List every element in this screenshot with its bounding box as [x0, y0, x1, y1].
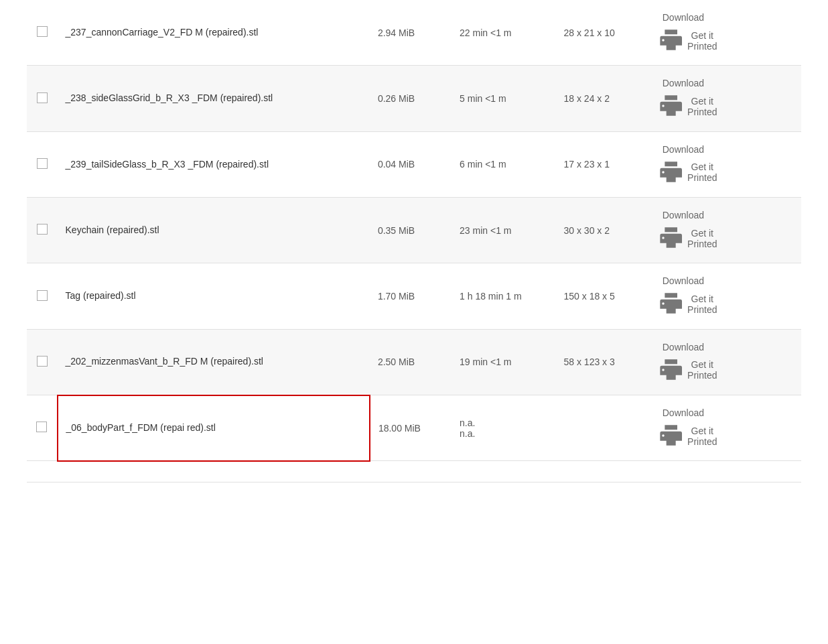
file-dimensions: 17 x 23 x 1: [556, 131, 645, 197]
table-row: _202_mizzenmasVant_b_R_FD M (repaired).s…: [27, 329, 801, 395]
print-time: 1 h 18 min 1 m: [452, 263, 555, 329]
table-row: Keychain (repaired).stl0.35 MiB23 min <1…: [27, 198, 801, 263]
file-dimensions: 58 x 123 x 3: [556, 329, 645, 395]
row-checkbox[interactable]: [37, 356, 48, 367]
file-dimensions: 150 x 18 x 5: [556, 263, 645, 329]
action-buttons: DownloadGet it Printed: [645, 329, 801, 395]
print-time: 22 min <1 m: [452, 0, 555, 66]
print-time: n.a.n.a.: [452, 395, 555, 461]
row-checkbox[interactable]: [37, 26, 48, 37]
download-button[interactable]: Download: [659, 12, 704, 23]
file-name: _202_mizzenmasVant_b_R_FD M (repaired).s…: [58, 329, 370, 395]
print-button[interactable]: Get it Printed: [659, 226, 717, 251]
print-button[interactable]: Get it Printed: [659, 292, 717, 316]
download-button[interactable]: Download: [659, 342, 704, 352]
table-row: _06_bodyPart_f_FDM (repai red).stl18.00 …: [27, 395, 801, 461]
print-label: Get it Printed: [687, 162, 717, 183]
file-name: _237_cannonCarriage_V2_FD M (repaired).s…: [58, 0, 370, 66]
download-button[interactable]: Download: [659, 210, 704, 220]
row-checkbox[interactable]: [37, 224, 48, 235]
table-row: Tag (repaired).stl1.70 MiB1 h 18 min 1 m…: [27, 263, 801, 329]
print-label: Get it Printed: [687, 96, 717, 117]
print-time: 23 min <1 m: [452, 198, 555, 263]
print-label: Get it Printed: [687, 359, 717, 381]
print-time: 5 min <1 m: [452, 66, 555, 131]
print-label: Get it Printed: [687, 294, 717, 315]
print-label: Get it Printed: [687, 228, 717, 249]
row-checkbox[interactable]: [37, 290, 48, 301]
file-name: Keychain (repaired).stl: [58, 198, 370, 263]
download-button[interactable]: Download: [659, 144, 704, 155]
action-buttons: DownloadGet it Printed: [645, 0, 801, 66]
file-size: 1.70 MiB: [370, 263, 452, 329]
download-label: Download: [663, 12, 704, 23]
row-checkbox[interactable]: [37, 158, 48, 169]
print-button[interactable]: Get it Printed: [659, 94, 717, 119]
download-label: Download: [663, 210, 704, 220]
file-size: 0.04 MiB: [370, 131, 452, 197]
action-buttons: DownloadGet it Printed: [645, 198, 801, 263]
print-button[interactable]: Get it Printed: [659, 358, 717, 383]
print-label: Get it Printed: [687, 426, 717, 447]
print-button[interactable]: Get it Printed: [659, 424, 717, 448]
download-label: Download: [663, 342, 704, 352]
file-dimensions: [556, 395, 645, 461]
print-button[interactable]: Get it Printed: [659, 160, 717, 185]
file-name: Tag (repaired).stl: [58, 263, 370, 329]
file-size: 18.00 MiB: [370, 395, 452, 461]
file-size: 2.50 MiB: [370, 329, 452, 395]
file-size: 2.94 MiB: [370, 0, 452, 66]
row-checkbox[interactable]: [36, 422, 47, 432]
download-button[interactable]: Download: [659, 407, 704, 418]
table-row: _238_sideGlassGrid_b_R_X3 _FDM (repaired…: [27, 66, 801, 131]
file-table: _237_cannonCarriage_V2_FD M (repaired).s…: [27, 0, 801, 462]
file-size: 0.26 MiB: [370, 66, 452, 131]
download-label: Download: [663, 275, 704, 286]
file-table-container: _237_cannonCarriage_V2_FD M (repaired).s…: [0, 0, 828, 509]
print-label: Get it Printed: [687, 30, 717, 52]
download-button[interactable]: Download: [659, 78, 704, 88]
file-name: _239_tailSideGlass_b_R_X3 _FDM (repaired…: [58, 131, 370, 197]
table-row: _237_cannonCarriage_V2_FD M (repaired).s…: [27, 0, 801, 66]
table-row: _239_tailSideGlass_b_R_X3 _FDM (repaired…: [27, 131, 801, 197]
file-dimensions: 18 x 24 x 2: [556, 66, 645, 131]
download-label: Download: [663, 407, 704, 418]
download-label: Download: [663, 144, 704, 155]
print-time: 6 min <1 m: [452, 131, 555, 197]
action-buttons: DownloadGet it Printed: [645, 395, 801, 461]
file-name: _238_sideGlassGrid_b_R_X3 _FDM (repaired…: [58, 66, 370, 131]
print-time: 19 min <1 m: [452, 329, 555, 395]
action-buttons: DownloadGet it Printed: [645, 131, 801, 197]
file-name: _06_bodyPart_f_FDM (repai red).stl: [58, 395, 370, 461]
action-buttons: DownloadGet it Printed: [645, 263, 801, 329]
download-label: Download: [663, 78, 704, 88]
print-button[interactable]: Get it Printed: [659, 28, 717, 53]
download-button[interactable]: Download: [659, 275, 704, 286]
action-buttons: DownloadGet it Printed: [645, 66, 801, 131]
row-checkbox[interactable]: [37, 92, 48, 103]
file-dimensions: 30 x 30 x 2: [556, 198, 645, 263]
file-size: 0.35 MiB: [370, 198, 452, 263]
file-dimensions: 28 x 21 x 10: [556, 0, 645, 66]
